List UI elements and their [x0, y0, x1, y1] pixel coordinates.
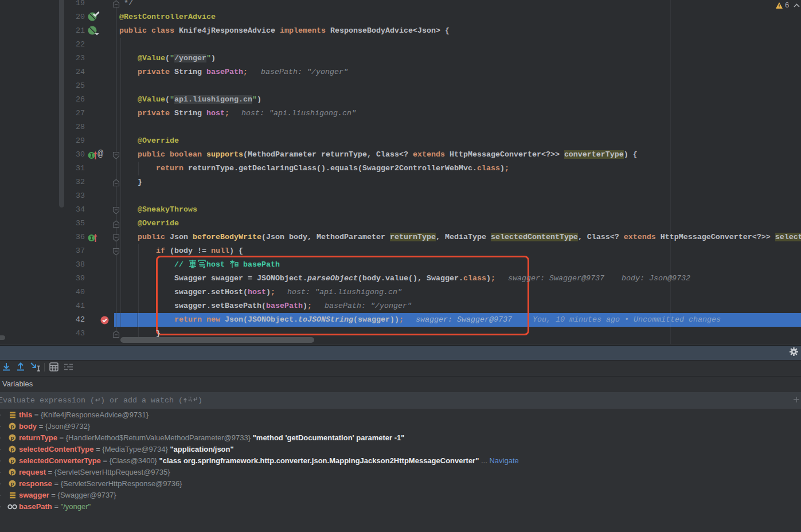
- svg-text:p: p: [11, 469, 14, 475]
- svg-text:p: p: [11, 446, 14, 452]
- svg-text:p: p: [11, 435, 14, 441]
- svg-text:p: p: [11, 457, 14, 464]
- svg-text:p: p: [11, 423, 14, 429]
- svg-text:p: p: [11, 480, 14, 487]
